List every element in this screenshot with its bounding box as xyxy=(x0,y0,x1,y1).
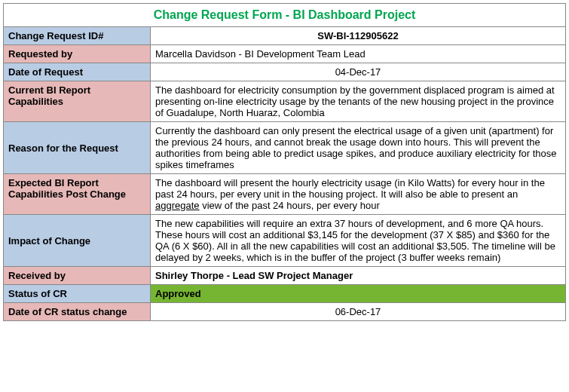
label-expected-caps: Expected BI Report Capabilities Post Cha… xyxy=(4,174,151,215)
value-reason: Currently the dashboard can only present… xyxy=(151,122,566,174)
expected-post: view of the past 24 hours, per every hou… xyxy=(200,200,380,211)
label-requested-by: Requested by xyxy=(4,45,151,63)
label-impact: Impact of Change xyxy=(4,215,151,267)
change-request-form: Change Request Form - BI Dashboard Proje… xyxy=(3,3,566,321)
value-current-caps: The dashboard for electricity consumptio… xyxy=(151,81,566,122)
value-received-by: Shirley Thorpe - Lead SW Project Manager xyxy=(151,267,566,285)
row-reason: Reason for the Request Currently the das… xyxy=(4,122,566,174)
row-cr-id: Change Request ID# SW-BI-112905622 xyxy=(4,27,566,45)
label-current-caps: Current BI Report Capabilities xyxy=(4,81,151,122)
label-cr-id: Change Request ID# xyxy=(4,27,151,45)
row-status-date: Date of CR status change 06-Dec-17 xyxy=(4,303,566,321)
form-title: Change Request Form - BI Dashboard Proje… xyxy=(4,4,566,27)
label-status-date: Date of CR status change xyxy=(4,303,151,321)
value-expected-caps: The dashboard will present the hourly el… xyxy=(151,174,566,215)
label-status: Status of CR xyxy=(4,285,151,303)
value-cr-id: SW-BI-112905622 xyxy=(151,27,566,45)
value-requested-by: Marcella Davidson - BI Development Team … xyxy=(151,45,566,63)
row-date-of-request: Date of Request 04-Dec-17 xyxy=(4,63,566,81)
value-impact: The new capabilities will require an ext… xyxy=(151,215,566,267)
row-current-caps: Current BI Report Capabilities The dashb… xyxy=(4,81,566,122)
row-requested-by: Requested by Marcella Davidson - BI Deve… xyxy=(4,45,566,63)
value-date-of-request: 04-Dec-17 xyxy=(151,63,566,81)
form-title-row: Change Request Form - BI Dashboard Proje… xyxy=(4,4,566,27)
row-expected-caps: Expected BI Report Capabilities Post Cha… xyxy=(4,174,566,215)
expected-underlined: aggregate xyxy=(155,200,200,211)
value-status: Approved xyxy=(151,285,566,303)
value-status-date: 06-Dec-17 xyxy=(151,303,566,321)
label-date-of-request: Date of Request xyxy=(4,63,151,81)
row-impact: Impact of Change The new capabilities wi… xyxy=(4,215,566,267)
row-status: Status of CR Approved xyxy=(4,285,566,303)
label-received-by: Received by xyxy=(4,267,151,285)
label-reason: Reason for the Request xyxy=(4,122,151,174)
row-received-by: Received by Shirley Thorpe - Lead SW Pro… xyxy=(4,267,566,285)
expected-pre: The dashboard will present the hourly el… xyxy=(155,177,545,200)
